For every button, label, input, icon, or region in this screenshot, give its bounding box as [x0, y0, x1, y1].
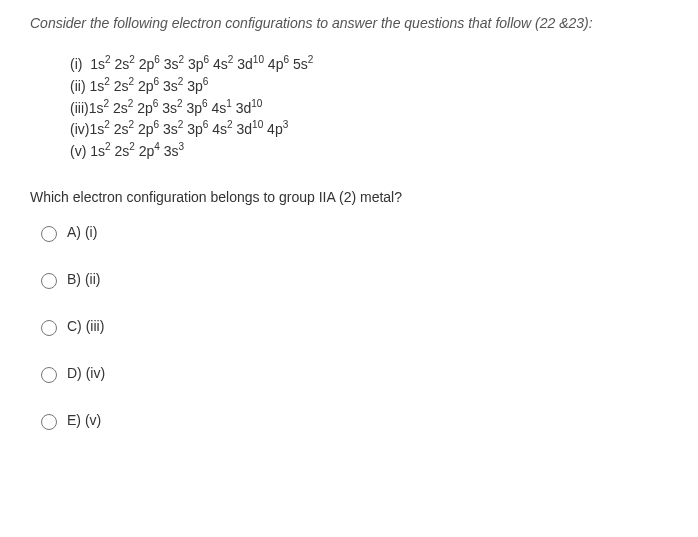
- config-i-label: (i): [70, 56, 82, 72]
- option-c-row[interactable]: C) (iii): [36, 317, 668, 336]
- option-a-row[interactable]: A) (i): [36, 223, 668, 242]
- option-c-label: C) (iii): [67, 318, 104, 334]
- config-iii: (iii)1s2 2s2 2p6 3s2 3p6 4s1 3d10: [70, 98, 668, 116]
- config-v: (v) 1s2 2s2 2p4 3s3: [70, 141, 668, 159]
- option-b-row[interactable]: B) (ii): [36, 270, 668, 289]
- config-iv-label: (iv): [70, 121, 89, 137]
- config-iv: (iv)1s2 2s2 2p6 3s2 3p6 4s2 3d10 4p3: [70, 119, 668, 137]
- option-c-radio[interactable]: [41, 320, 57, 336]
- option-e-label: E) (v): [67, 412, 101, 428]
- option-b-label: B) (ii): [67, 271, 100, 287]
- config-i: (i) 1s2 2s2 2p6 3s2 3p6 4s2 3d10 4p6 5s2: [70, 54, 668, 72]
- intro-text: Consider the following electron configur…: [30, 12, 668, 34]
- option-d-radio[interactable]: [41, 367, 57, 383]
- config-iii-label: (iii): [70, 99, 89, 115]
- option-a-radio[interactable]: [41, 226, 57, 242]
- option-b-radio[interactable]: [41, 273, 57, 289]
- option-e-row[interactable]: E) (v): [36, 411, 668, 430]
- option-a-label: A) (i): [67, 224, 97, 240]
- config-ii-label: (ii): [70, 78, 86, 94]
- config-ii: (ii) 1s2 2s2 2p6 3s2 3p6: [70, 76, 668, 94]
- question-text: Which electron configuration belongs to …: [30, 189, 668, 205]
- option-e-radio[interactable]: [41, 414, 57, 430]
- config-v-label: (v): [70, 143, 86, 159]
- option-d-row[interactable]: D) (iv): [36, 364, 668, 383]
- option-d-label: D) (iv): [67, 365, 105, 381]
- config-list: (i) 1s2 2s2 2p6 3s2 3p6 4s2 3d10 4p6 5s2…: [70, 54, 668, 158]
